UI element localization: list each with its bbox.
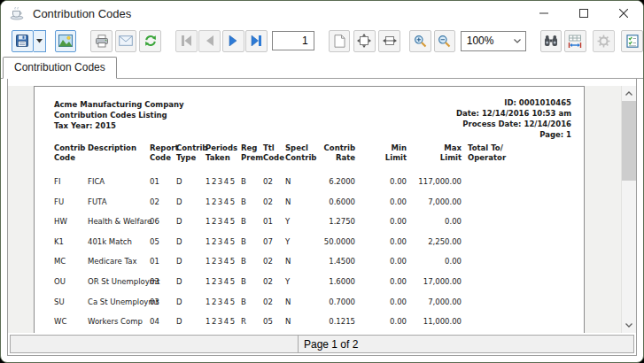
scrollbar-thumb[interactable] [622, 101, 636, 181]
settings-button[interactable] [593, 30, 615, 52]
email-icon [119, 35, 133, 46]
table-cell: 0.00 [355, 217, 407, 237]
table-cell: B [241, 277, 263, 297]
table-cell: MC [54, 257, 88, 277]
export-image-button[interactable] [55, 30, 77, 52]
report-table: ContribCodeDescriptionReportCodeContribT… [54, 143, 584, 333]
column-header: ContribType [176, 143, 206, 163]
save-button[interactable] [12, 30, 34, 52]
table-cell: 01 [150, 177, 176, 197]
table-cell: 0.00 [355, 277, 407, 297]
table-cell: HW [54, 217, 88, 237]
vertical-scrollbar[interactable] [621, 86, 636, 333]
close-button[interactable] [603, 1, 643, 26]
table-cell: D [176, 277, 206, 297]
table-cell: 0.00 [355, 197, 407, 218]
print-button[interactable] [90, 30, 113, 52]
print-icon [95, 35, 109, 48]
column-header: Total To/Operator [462, 143, 550, 163]
table-cell: 117,000.00 [407, 177, 462, 197]
email-button[interactable] [115, 30, 137, 52]
last-page-button[interactable] [245, 30, 268, 52]
table-cell: 7,000.00 [407, 197, 462, 218]
column-width-button[interactable] [564, 30, 586, 52]
next-page-button[interactable] [222, 30, 244, 52]
report-page: Acme Manufacturing Company Contribution … [34, 86, 585, 333]
combo-arrow-icon [514, 39, 521, 43]
report-viewer: Acme Manufacturing Company Contribution … [8, 86, 636, 333]
table-cell: 02 [263, 197, 285, 218]
table-cell: 05 [263, 317, 285, 333]
table-cell [462, 217, 550, 237]
zoom-out-button[interactable] [434, 30, 456, 52]
tab-contribution-codes[interactable]: Contribution Codes [3, 57, 117, 79]
table-cell: 12345 [206, 257, 241, 277]
scroll-up-button[interactable] [622, 86, 636, 101]
report-title: Contribution Codes Listing [54, 110, 184, 120]
table-cell: FUTA [88, 197, 150, 218]
table-cell: 02 [263, 177, 285, 197]
minimize-button[interactable] [524, 1, 563, 26]
table-cell: 0.00 [407, 257, 462, 277]
table-cell: 12345 [206, 317, 241, 333]
export-image-icon [58, 35, 73, 47]
toolbar: 100% [1, 26, 643, 56]
scroll-down-button[interactable] [622, 318, 636, 333]
zoom-level-combo[interactable]: 100% [461, 31, 526, 51]
table-cell: 03 [150, 277, 176, 297]
column-header: ContribRate [319, 143, 355, 163]
prev-page-button[interactable] [198, 30, 221, 52]
table-cell: 0.00 [355, 257, 407, 277]
prev-page-icon [206, 35, 214, 46]
save-icon [15, 34, 29, 48]
table-cell: Medicare Tax [88, 257, 150, 277]
refresh-icon [144, 34, 158, 48]
single-page-button[interactable] [329, 30, 351, 52]
table-cell: D [176, 297, 206, 318]
fit-page-button[interactable] [353, 30, 376, 52]
table-cell: N [285, 197, 319, 218]
table-cell: FICA [88, 177, 150, 197]
fit-width-icon [383, 35, 397, 46]
column-header: MaxLimit [407, 143, 462, 163]
table-cell: 02 [263, 297, 285, 318]
table-cell: Y [285, 217, 319, 237]
options-button[interactable] [621, 30, 643, 52]
column-width-icon [568, 35, 582, 48]
table-cell: D [176, 177, 206, 197]
table-row: OUOR St Unemploymt03D12345B02Y1.60000.00… [54, 277, 584, 297]
table-cell: OU [54, 277, 88, 297]
first-page-button[interactable] [175, 30, 198, 52]
table-cell: 7,000.00 [407, 297, 462, 318]
report-page-number: Page: 1 [456, 129, 571, 140]
status-page-info: Page 1 of 2 [299, 338, 358, 351]
tax-year: Tax Year: 2015 [54, 120, 184, 131]
table-cell [462, 177, 550, 197]
table-cell: N [285, 317, 319, 333]
report-column-headers: ContribCodeDescriptionReportCodeContribT… [54, 143, 584, 163]
table-cell: D [176, 317, 206, 333]
scrollbar-track[interactable] [622, 181, 636, 318]
table-cell: B [241, 297, 263, 318]
table-cell: FU [54, 197, 88, 218]
window-title: Contribution Codes [33, 7, 131, 20]
fit-width-button[interactable] [378, 30, 400, 52]
first-page-icon [181, 35, 192, 46]
maximize-button[interactable] [563, 1, 603, 26]
table-cell: K1 [54, 237, 88, 258]
find-button[interactable] [540, 30, 563, 52]
table-cell: D [176, 237, 206, 258]
table-cell: 12345 [206, 237, 241, 258]
table-cell: Workers Comp [88, 317, 150, 333]
page-number-input[interactable] [272, 31, 314, 50]
refresh-button[interactable] [139, 30, 161, 52]
save-dropdown-button[interactable] [34, 30, 46, 52]
table-cell: 1.6000 [319, 277, 355, 297]
column-header: MinLimit [355, 143, 407, 163]
column-header: TtlCode [263, 143, 285, 163]
zoom-in-button[interactable] [409, 30, 431, 52]
report-id: ID: 0001010465 [456, 97, 571, 108]
table-cell: 02 [263, 257, 285, 277]
table-cell: D [176, 217, 206, 237]
table-cell: B [241, 197, 263, 218]
